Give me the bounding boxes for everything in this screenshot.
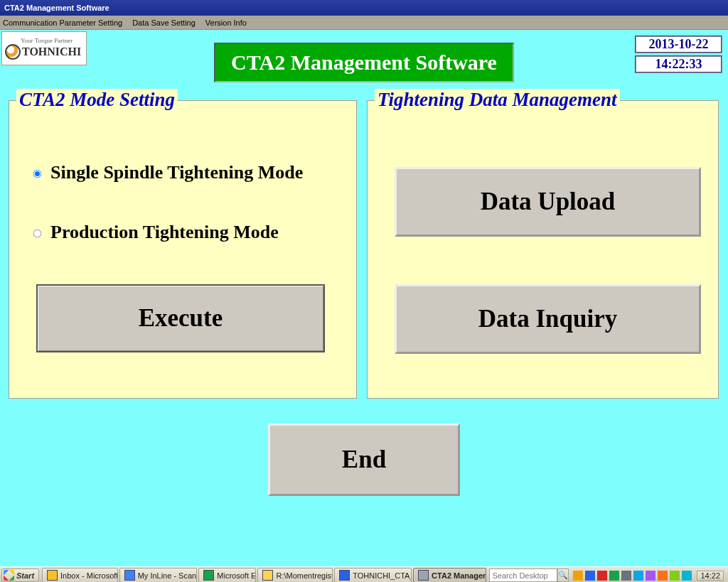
date-display: 2013-10-22 [635, 36, 722, 53]
search-button[interactable]: 🔍 [557, 568, 569, 582]
data-inquiry-button[interactable]: Data Inquiry [395, 284, 701, 354]
task-excel-label: Microsoft Excel [217, 571, 256, 580]
logo-tagline: Your Torque Partner [21, 37, 73, 44]
task-inline[interactable]: My InLine - Scania In… [119, 568, 198, 582]
task-folder-label: R:\Momentregistrering [276, 571, 333, 580]
task-cta2-app-label: CTA2 Managemen… [432, 571, 486, 580]
logo-brand: TOHNICHI [22, 45, 81, 58]
execute-button[interactable]: Execute [36, 284, 325, 352]
radio-production[interactable]: Production Tightening Mode [29, 222, 279, 243]
logo-mark-icon [5, 44, 21, 60]
task-tohnichi-doc-label: TOHNICHI_CTA_Blå… [353, 571, 412, 580]
word-icon [339, 570, 350, 581]
app-icon [418, 570, 429, 581]
task-inbox[interactable]: Inbox - Microsoft Ou… [42, 568, 118, 582]
radio-single-spindle-input[interactable] [33, 170, 42, 178]
menu-data-save[interactable]: Data Save Setting [132, 18, 196, 27]
desktop-search-input[interactable] [489, 568, 557, 582]
task-tohnichi-doc[interactable]: TOHNICHI_CTA_Blå… [334, 568, 412, 582]
tohnichi-logo: Your Torque Partner TOHNICHI [1, 31, 87, 65]
menu-comm-param[interactable]: Communication Parameter Setting [3, 18, 122, 27]
panel-mode-setting: CTA2 Mode Setting Single Spindle Tighten… [9, 100, 357, 399]
ie-icon [124, 570, 135, 581]
tray-icon-4[interactable] [609, 571, 619, 581]
tray-icon-9[interactable] [670, 571, 680, 581]
radio-single-spindle[interactable]: Single Spindle Tightening Mode [29, 162, 303, 183]
taskbar: Start Inbox - Microsoft Ou… My InLine - … [0, 566, 728, 582]
folder-icon [262, 570, 273, 581]
outlook-icon [47, 570, 58, 581]
window-title: CTA2 Management Software [4, 4, 109, 12]
end-button[interactable]: End [268, 424, 460, 496]
tray-icon-2[interactable] [585, 571, 595, 581]
task-cta2-app[interactable]: CTA2 Managemen… [413, 568, 486, 582]
time-display: 14:22:33 [635, 55, 722, 73]
window-titlebar: CTA2 Management Software [0, 0, 728, 16]
menu-version[interactable]: Version Info [205, 18, 247, 27]
tray-icon-8[interactable] [658, 571, 668, 581]
tray-icon-7[interactable] [646, 571, 655, 581]
logo-brand-row: TOHNICHI [5, 44, 81, 60]
tray-icon-10[interactable] [682, 571, 692, 581]
panel-data-management: Tightening Data Management Data Upload D… [367, 100, 719, 399]
start-label: Start [16, 571, 34, 580]
task-inbox-label: Inbox - Microsoft Ou… [60, 571, 118, 580]
windows-logo-icon [4, 570, 14, 581]
task-inline-label: My InLine - Scania In… [138, 571, 198, 580]
radio-production-input[interactable] [33, 230, 42, 238]
data-upload-button[interactable]: Data Upload [395, 167, 701, 237]
tray-icon-5[interactable] [621, 571, 631, 581]
excel-icon [203, 570, 214, 581]
tray-icon-3[interactable] [597, 571, 607, 581]
radio-single-spindle-label: Single Spindle Tightening Mode [50, 162, 303, 183]
radio-production-label: Production Tightening Mode [50, 222, 279, 243]
start-button[interactable]: Start [1, 568, 39, 582]
system-tray: 14:22 [573, 571, 727, 581]
task-excel[interactable]: Microsoft Excel [198, 568, 256, 582]
task-folder[interactable]: R:\Momentregistrering [257, 568, 333, 582]
app-banner: CTA2 Management Software [214, 43, 514, 82]
client-area: Your Torque Partner TOHNICHI CTA2 Manage… [0, 30, 728, 566]
tray-icon-6[interactable] [633, 571, 643, 581]
panel-data-title: Tightening Data Management [375, 89, 620, 111]
taskbar-clock[interactable]: 14:22 [697, 571, 724, 581]
menubar: Communication Parameter Setting Data Sav… [0, 16, 728, 30]
tray-icon-1[interactable] [573, 571, 583, 581]
magnifier-icon: 🔍 [558, 571, 568, 580]
panel-mode-title: CTA2 Mode Setting [16, 89, 178, 111]
